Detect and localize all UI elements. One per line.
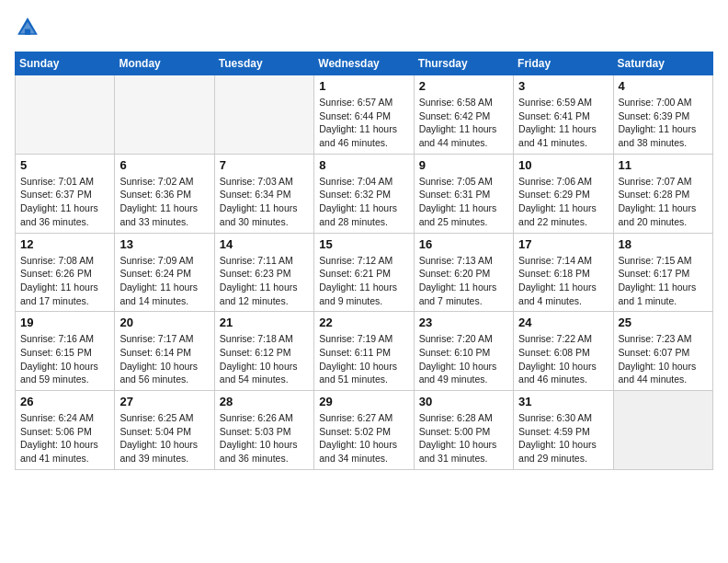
calendar-cell: 10Sunrise: 7:06 AM Sunset: 6:29 PM Dayli… xyxy=(514,154,613,233)
calendar-header-saturday: Saturday xyxy=(613,52,712,75)
calendar-cell: 29Sunrise: 6:27 AM Sunset: 5:02 PM Dayli… xyxy=(314,391,414,470)
day-number: 13 xyxy=(119,237,209,251)
day-info: Sunrise: 7:00 AM Sunset: 6:39 PM Dayligh… xyxy=(619,96,708,150)
day-number: 30 xyxy=(419,395,508,408)
day-number: 20 xyxy=(119,316,209,329)
logo xyxy=(15,15,44,40)
day-info: Sunrise: 6:57 AM Sunset: 6:44 PM Dayligh… xyxy=(319,96,408,150)
day-info: Sunrise: 7:23 AM Sunset: 6:07 PM Dayligh… xyxy=(619,332,708,386)
logo-icon xyxy=(15,15,40,40)
calendar-header-monday: Monday xyxy=(115,52,214,75)
day-number: 9 xyxy=(419,158,508,172)
calendar-cell: 8Sunrise: 7:04 AM Sunset: 6:32 PM Daylig… xyxy=(314,154,414,233)
day-info: Sunrise: 7:04 AM Sunset: 6:32 PM Dayligh… xyxy=(319,175,408,229)
day-number: 12 xyxy=(20,237,109,251)
day-info: Sunrise: 7:16 AM Sunset: 6:15 PM Dayligh… xyxy=(20,332,109,386)
calendar-cell: 17Sunrise: 7:14 AM Sunset: 6:18 PM Dayli… xyxy=(514,233,613,312)
day-number: 11 xyxy=(619,158,708,172)
day-info: Sunrise: 6:59 AM Sunset: 6:41 PM Dayligh… xyxy=(518,96,608,150)
day-info: Sunrise: 7:07 AM Sunset: 6:28 PM Dayligh… xyxy=(619,175,708,229)
day-number: 1 xyxy=(319,79,408,93)
calendar-cell: 15Sunrise: 7:12 AM Sunset: 6:21 PM Dayli… xyxy=(314,233,414,312)
calendar-cell xyxy=(214,75,313,155)
day-info: Sunrise: 7:18 AM Sunset: 6:12 PM Dayligh… xyxy=(220,332,309,386)
calendar-cell: 6Sunrise: 7:02 AM Sunset: 6:36 PM Daylig… xyxy=(115,154,214,233)
day-number: 3 xyxy=(518,79,608,93)
calendar-cell: 24Sunrise: 7:22 AM Sunset: 6:08 PM Dayli… xyxy=(514,312,613,391)
day-number: 22 xyxy=(319,316,408,329)
day-number: 21 xyxy=(220,316,309,329)
day-info: Sunrise: 6:28 AM Sunset: 5:00 PM Dayligh… xyxy=(419,411,508,465)
day-info: Sunrise: 7:09 AM Sunset: 6:24 PM Dayligh… xyxy=(119,254,209,308)
calendar: SundayMondayTuesdayWednesdayThursdayFrid… xyxy=(15,52,713,470)
day-info: Sunrise: 6:24 AM Sunset: 5:06 PM Dayligh… xyxy=(20,411,109,465)
day-number: 31 xyxy=(518,395,608,408)
day-info: Sunrise: 7:08 AM Sunset: 6:26 PM Dayligh… xyxy=(20,254,109,308)
day-number: 7 xyxy=(220,158,309,172)
day-number: 4 xyxy=(619,79,708,93)
calendar-cell: 30Sunrise: 6:28 AM Sunset: 5:00 PM Dayli… xyxy=(414,391,513,470)
day-number: 24 xyxy=(518,316,608,329)
day-info: Sunrise: 7:20 AM Sunset: 6:10 PM Dayligh… xyxy=(419,332,508,386)
day-number: 2 xyxy=(419,79,508,93)
day-number: 10 xyxy=(518,158,608,172)
day-info: Sunrise: 6:26 AM Sunset: 5:03 PM Dayligh… xyxy=(220,411,309,465)
day-number: 27 xyxy=(119,395,209,408)
calendar-cell: 12Sunrise: 7:08 AM Sunset: 6:26 PM Dayli… xyxy=(16,233,115,312)
calendar-header-wednesday: Wednesday xyxy=(314,52,414,75)
day-info: Sunrise: 7:15 AM Sunset: 6:17 PM Dayligh… xyxy=(619,254,708,308)
calendar-cell: 20Sunrise: 7:17 AM Sunset: 6:14 PM Dayli… xyxy=(115,312,214,391)
calendar-week-row: 26Sunrise: 6:24 AM Sunset: 5:06 PM Dayli… xyxy=(16,391,713,470)
day-info: Sunrise: 7:14 AM Sunset: 6:18 PM Dayligh… xyxy=(518,254,608,308)
calendar-cell: 13Sunrise: 7:09 AM Sunset: 6:24 PM Dayli… xyxy=(115,233,214,312)
day-info: Sunrise: 6:25 AM Sunset: 5:04 PM Dayligh… xyxy=(119,411,209,465)
day-info: Sunrise: 7:02 AM Sunset: 6:36 PM Dayligh… xyxy=(119,175,209,229)
calendar-cell: 2Sunrise: 6:58 AM Sunset: 6:42 PM Daylig… xyxy=(414,75,513,155)
day-number: 16 xyxy=(419,237,508,251)
day-number: 29 xyxy=(319,395,408,408)
day-number: 25 xyxy=(619,316,708,329)
calendar-cell: 22Sunrise: 7:19 AM Sunset: 6:11 PM Dayli… xyxy=(314,312,414,391)
day-number: 23 xyxy=(419,316,508,329)
day-info: Sunrise: 6:58 AM Sunset: 6:42 PM Dayligh… xyxy=(419,96,508,150)
day-info: Sunrise: 7:03 AM Sunset: 6:34 PM Dayligh… xyxy=(220,175,309,229)
day-info: Sunrise: 7:22 AM Sunset: 6:08 PM Dayligh… xyxy=(518,332,608,386)
calendar-header-friday: Friday xyxy=(514,52,613,75)
calendar-week-row: 5Sunrise: 7:01 AM Sunset: 6:37 PM Daylig… xyxy=(16,154,713,233)
calendar-cell: 4Sunrise: 7:00 AM Sunset: 6:39 PM Daylig… xyxy=(613,75,712,155)
day-number: 17 xyxy=(518,237,608,251)
calendar-header-row: SundayMondayTuesdayWednesdayThursdayFrid… xyxy=(16,52,713,75)
day-info: Sunrise: 6:30 AM Sunset: 4:59 PM Dayligh… xyxy=(518,411,608,465)
day-number: 6 xyxy=(119,158,209,172)
calendar-cell: 26Sunrise: 6:24 AM Sunset: 5:06 PM Dayli… xyxy=(16,391,115,470)
day-number: 8 xyxy=(319,158,408,172)
day-info: Sunrise: 7:12 AM Sunset: 6:21 PM Dayligh… xyxy=(319,254,408,308)
calendar-cell: 27Sunrise: 6:25 AM Sunset: 5:04 PM Dayli… xyxy=(115,391,214,470)
day-number: 5 xyxy=(20,158,109,172)
calendar-week-row: 19Sunrise: 7:16 AM Sunset: 6:15 PM Dayli… xyxy=(16,312,713,391)
calendar-cell: 3Sunrise: 6:59 AM Sunset: 6:41 PM Daylig… xyxy=(514,75,613,155)
day-number: 28 xyxy=(220,395,309,408)
day-number: 19 xyxy=(20,316,109,329)
day-info: Sunrise: 6:27 AM Sunset: 5:02 PM Dayligh… xyxy=(319,411,408,465)
calendar-cell: 19Sunrise: 7:16 AM Sunset: 6:15 PM Dayli… xyxy=(16,312,115,391)
calendar-header-sunday: Sunday xyxy=(16,52,115,75)
day-info: Sunrise: 7:17 AM Sunset: 6:14 PM Dayligh… xyxy=(119,332,209,386)
calendar-cell: 16Sunrise: 7:13 AM Sunset: 6:20 PM Dayli… xyxy=(414,233,513,312)
calendar-cell: 7Sunrise: 7:03 AM Sunset: 6:34 PM Daylig… xyxy=(214,154,313,233)
calendar-cell: 25Sunrise: 7:23 AM Sunset: 6:07 PM Dayli… xyxy=(613,312,712,391)
calendar-cell: 14Sunrise: 7:11 AM Sunset: 6:23 PM Dayli… xyxy=(214,233,313,312)
calendar-cell: 21Sunrise: 7:18 AM Sunset: 6:12 PM Dayli… xyxy=(214,312,313,391)
calendar-cell: 11Sunrise: 7:07 AM Sunset: 6:28 PM Dayli… xyxy=(613,154,712,233)
day-info: Sunrise: 7:01 AM Sunset: 6:37 PM Dayligh… xyxy=(20,175,109,229)
calendar-cell xyxy=(16,75,115,155)
calendar-cell: 1Sunrise: 6:57 AM Sunset: 6:44 PM Daylig… xyxy=(314,75,414,155)
calendar-cell xyxy=(115,75,214,155)
calendar-cell: 31Sunrise: 6:30 AM Sunset: 4:59 PM Dayli… xyxy=(514,391,613,470)
day-number: 26 xyxy=(20,395,109,408)
calendar-cell: 5Sunrise: 7:01 AM Sunset: 6:37 PM Daylig… xyxy=(16,154,115,233)
calendar-cell: 28Sunrise: 6:26 AM Sunset: 5:03 PM Dayli… xyxy=(214,391,313,470)
calendar-week-row: 1Sunrise: 6:57 AM Sunset: 6:44 PM Daylig… xyxy=(16,75,713,155)
svg-rect-2 xyxy=(25,29,30,35)
day-number: 18 xyxy=(619,237,708,251)
